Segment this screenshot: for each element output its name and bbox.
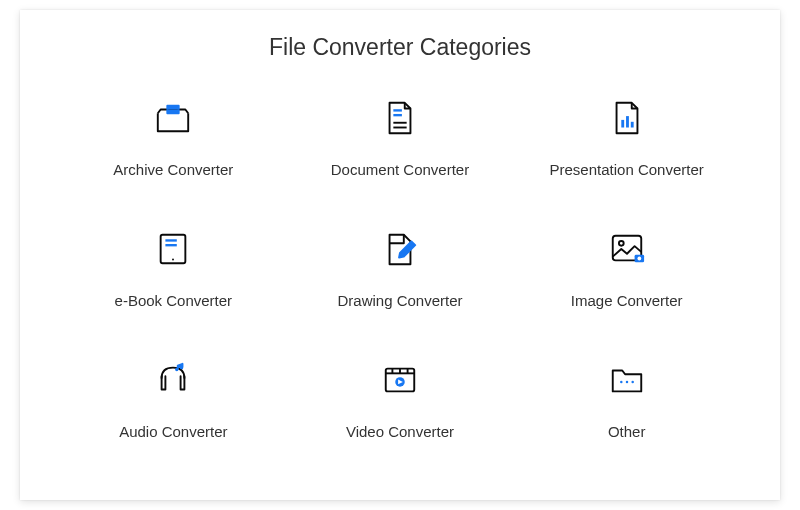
svg-point-25 <box>631 381 633 383</box>
svg-point-10 <box>172 259 174 261</box>
video-icon <box>381 359 419 401</box>
archive-icon <box>154 97 192 139</box>
category-audio[interactable]: Audio Converter <box>70 359 277 440</box>
ebook-icon <box>154 228 192 270</box>
page-title: File Converter Categories <box>40 34 760 61</box>
other-icon <box>608 359 646 401</box>
svg-rect-4 <box>621 120 624 128</box>
drawing-icon <box>381 228 419 270</box>
document-icon <box>381 97 419 139</box>
svg-point-16 <box>180 366 183 369</box>
svg-point-24 <box>625 381 627 383</box>
category-grid: Archive Converter Document Converter <box>40 97 760 440</box>
svg-rect-5 <box>626 116 629 127</box>
category-label: Video Converter <box>346 423 454 440</box>
category-label: Image Converter <box>571 292 683 309</box>
svg-point-23 <box>620 381 622 383</box>
category-drawing[interactable]: Drawing Converter <box>297 228 504 309</box>
category-ebook[interactable]: e-Book Converter <box>70 228 277 309</box>
category-label: Document Converter <box>331 161 469 178</box>
category-video[interactable]: Video Converter <box>297 359 504 440</box>
svg-rect-6 <box>630 122 633 128</box>
image-icon <box>608 228 646 270</box>
category-document[interactable]: Document Converter <box>297 97 504 178</box>
category-label: Archive Converter <box>113 161 233 178</box>
category-label: Audio Converter <box>119 423 227 440</box>
category-label: Presentation Converter <box>550 161 704 178</box>
category-label: Other <box>608 423 646 440</box>
converter-categories-panel: File Converter Categories Archive Conver… <box>20 10 780 500</box>
category-label: Drawing Converter <box>337 292 462 309</box>
svg-point-12 <box>619 241 624 246</box>
svg-point-14 <box>637 257 641 261</box>
audio-icon <box>154 359 192 401</box>
svg-point-15 <box>175 368 178 371</box>
category-presentation[interactable]: Presentation Converter <box>523 97 730 178</box>
category-other[interactable]: Other <box>523 359 730 440</box>
category-label: e-Book Converter <box>115 292 233 309</box>
presentation-icon <box>608 97 646 139</box>
category-image[interactable]: Image Converter <box>523 228 730 309</box>
category-archive[interactable]: Archive Converter <box>70 97 277 178</box>
